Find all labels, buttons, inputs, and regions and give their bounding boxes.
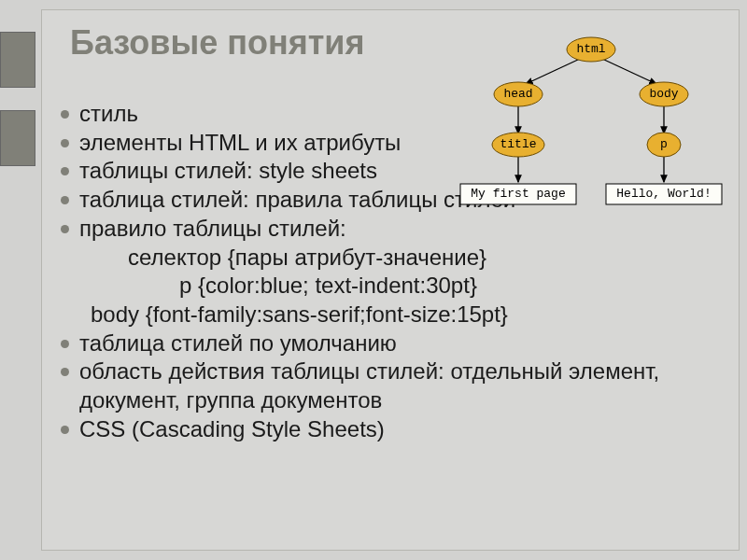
tree-node-body: body xyxy=(649,87,678,101)
tree-leaf-2: Hello, World! xyxy=(616,187,711,201)
slide: Базовые понятия стиль элементы HTML и их… xyxy=(41,9,740,551)
side-tab-2 xyxy=(0,110,35,166)
tree-node-p: p xyxy=(660,137,668,151)
dom-tree-diagram: html head body title p My first page Hel… xyxy=(442,33,731,219)
bullet-item: область действия таблицы стилей: отдельн… xyxy=(53,357,726,414)
side-tab-1 xyxy=(0,32,35,88)
tree-node-title: title xyxy=(500,137,536,151)
tree-node-head: head xyxy=(503,87,532,101)
bullet-item: CSS (Cascading Style Sheets) xyxy=(53,415,726,444)
tree-node-html: html xyxy=(576,42,605,56)
svg-line-0 xyxy=(526,59,580,84)
bullet-subline: body {font-family:sans-serif;font-size:1… xyxy=(53,301,726,329)
bullet-subline: p {color:blue; text-indent:30pt} xyxy=(53,272,726,301)
slide-title: Базовые понятия xyxy=(70,23,364,63)
tree-leaf-1: My first page xyxy=(471,187,565,201)
svg-line-1 xyxy=(602,59,656,84)
bullet-item: таблица стилей по умолчанию xyxy=(53,329,726,358)
bullet-subline: селектор {пары атрибут-значение} xyxy=(53,244,726,273)
